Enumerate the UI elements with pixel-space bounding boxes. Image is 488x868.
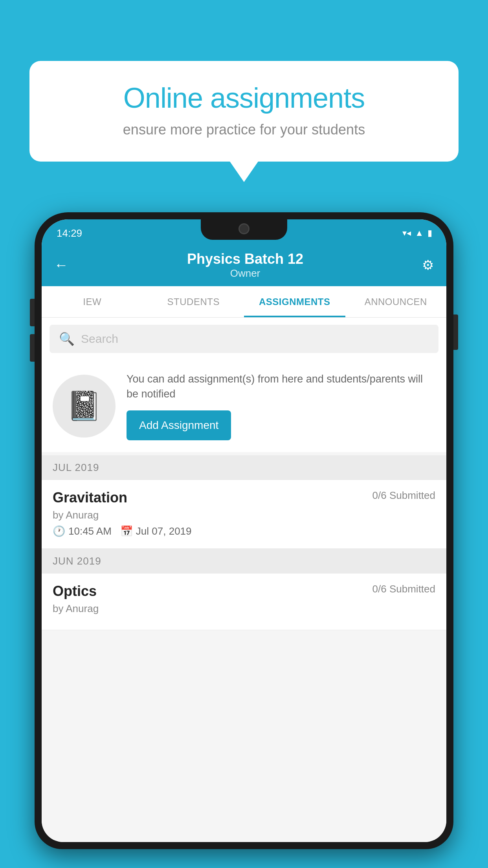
assignment-date: Jul 07, 2019 [136, 525, 192, 537]
phone-screen: 14:29 ▾◂ ▲ ▮ ← Physics Batch 12 Owner ⚙ [42, 219, 446, 842]
notebook-icon: 📓 [66, 389, 102, 423]
assignment-optics-top: Optics 0/6 Submitted [53, 583, 435, 600]
meta-date: 📅 Jul 07, 2019 [120, 525, 192, 537]
speech-bubble-title: Online assignments [55, 83, 433, 114]
section-header-jul-text: JUL 2019 [53, 462, 99, 473]
assignment-time: 10:45 AM [68, 525, 112, 537]
assignment-gravitation[interactable]: Gravitation 0/6 Submitted by Anurag 🕐 10… [42, 480, 446, 549]
header-subtitle: Owner [187, 267, 303, 280]
screen-content: ← Physics Batch 12 Owner ⚙ IEW STUDENTS [42, 244, 446, 842]
tab-announcements[interactable]: ANNOUNCEN [345, 286, 447, 317]
speech-bubble: Online assignments ensure more practice … [29, 61, 459, 162]
tab-assignments[interactable]: ASSIGNMENTS [244, 286, 345, 317]
phone-notch [201, 219, 287, 240]
app-header: ← Physics Batch 12 Owner ⚙ [42, 244, 446, 286]
assignment-submitted-gravitation: 0/6 Submitted [372, 489, 435, 502]
status-icons: ▾◂ ▲ ▮ [402, 228, 432, 238]
search-bar-container: 🔍 Search [42, 318, 446, 360]
calendar-icon: 📅 [120, 525, 133, 537]
section-header-jun-text: JUN 2019 [53, 555, 101, 567]
section-header-jun: JUN 2019 [42, 549, 446, 574]
phone-outer: 14:29 ▾◂ ▲ ▮ ← Physics Batch 12 Owner ⚙ [35, 212, 453, 849]
signal-icon: ▲ [415, 228, 424, 238]
section-header-jul: JUL 2019 [42, 455, 446, 480]
assignment-name-optics: Optics [53, 583, 97, 600]
clock-icon: 🕐 [53, 525, 65, 537]
tabs-container: IEW STUDENTS ASSIGNMENTS ANNOUNCEN [42, 286, 446, 318]
content-area: 🔍 Search 📓 You can add assignment(s) fro… [42, 318, 446, 842]
search-icon: 🔍 [59, 331, 75, 346]
battery-icon: ▮ [427, 228, 432, 238]
header-center: Physics Batch 12 Owner [187, 251, 303, 280]
assignment-name-gravitation: Gravitation [53, 489, 127, 506]
assignment-submitted-optics: 0/6 Submitted [372, 583, 435, 595]
assignment-by-gravitation: by Anurag [53, 509, 435, 521]
search-bar[interactable]: 🔍 Search [50, 325, 438, 353]
assignment-meta-gravitation: 🕐 10:45 AM 📅 Jul 07, 2019 [53, 525, 435, 537]
add-assignment-promo: 📓 You can add assignment(s) from here an… [42, 360, 446, 452]
assignment-top: Gravitation 0/6 Submitted [53, 489, 435, 506]
add-assignment-button[interactable]: Add Assignment [127, 410, 231, 440]
tab-students[interactable]: STUDENTS [143, 286, 244, 317]
assignment-by-optics: by Anurag [53, 603, 435, 615]
settings-icon[interactable]: ⚙ [422, 257, 434, 273]
speech-bubble-subtitle: ensure more practice for your students [55, 121, 433, 138]
assignment-optics[interactable]: Optics 0/6 Submitted by Anurag [42, 574, 446, 630]
power-button[interactable] [453, 314, 458, 350]
phone-camera [238, 223, 250, 234]
promo-right: You can add assignment(s) from here and … [127, 372, 435, 440]
back-button[interactable]: ← [54, 257, 68, 273]
speech-bubble-area: Online assignments ensure more practice … [29, 61, 459, 162]
promo-text: You can add assignment(s) from here and … [127, 372, 435, 402]
status-time: 14:29 [57, 227, 82, 239]
header-title: Physics Batch 12 [187, 251, 303, 267]
assignment-icon-circle: 📓 [53, 375, 116, 438]
volume-up-button[interactable] [30, 299, 35, 326]
phone-container: 14:29 ▾◂ ▲ ▮ ← Physics Batch 12 Owner ⚙ [35, 212, 453, 868]
meta-time: 🕐 10:45 AM [53, 525, 112, 537]
tab-overview[interactable]: IEW [42, 286, 143, 317]
volume-down-button[interactable] [30, 334, 35, 362]
search-placeholder: Search [81, 332, 118, 346]
wifi-icon: ▾◂ [402, 228, 411, 238]
